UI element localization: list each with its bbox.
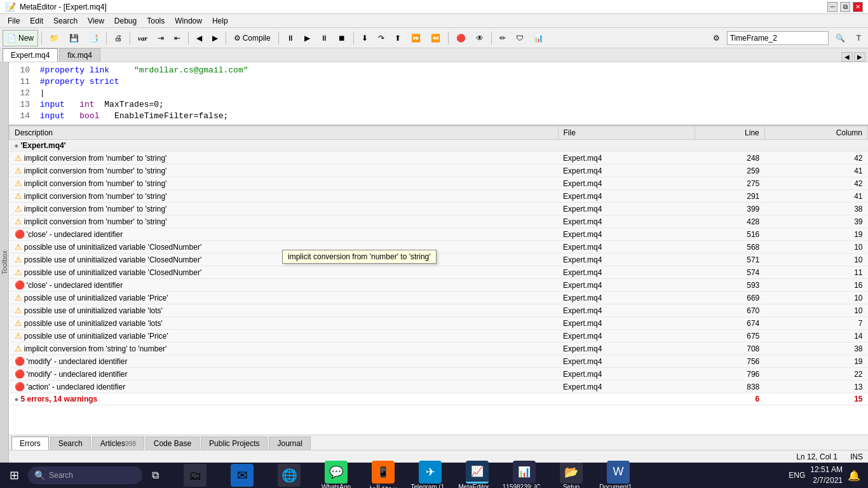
menu-debug[interactable]: Debug bbox=[109, 15, 142, 27]
open-button[interactable]: 📁 bbox=[45, 30, 64, 46]
taskbar-app-mail[interactable]: ✉ bbox=[220, 464, 264, 487]
results-summary-row: ● 5 errors, 14 warnings 6 15 bbox=[10, 393, 868, 405]
play-button[interactable]: ▶ bbox=[300, 30, 315, 46]
menu-help[interactable]: Help bbox=[207, 15, 233, 27]
var-button[interactable]: var bbox=[133, 30, 152, 46]
window-controls[interactable]: ─ ⧉ ✕ bbox=[827, 2, 863, 12]
settings-button[interactable]: ⚙ bbox=[709, 30, 724, 46]
table-row[interactable]: 🔴 'modify' - undeclared identifier Exper… bbox=[10, 355, 868, 368]
menu-file[interactable]: File bbox=[3, 15, 25, 27]
toolbar-search-input[interactable] bbox=[727, 31, 829, 45]
tab-articles[interactable]: Articles998 bbox=[92, 437, 144, 450]
summary-description: ● 5 errors, 14 warnings bbox=[10, 393, 559, 405]
table-row[interactable]: 🔴 'modify' - undeclared identifier Exper… bbox=[10, 368, 868, 381]
col-file: File bbox=[558, 126, 695, 140]
tab-journal[interactable]: Journal bbox=[269, 437, 310, 450]
table-row[interactable]: ⚠ implicit conversion from 'number' to '… bbox=[10, 152, 868, 165]
editor-content: 10 #property link "mrdollar.cs@gmail.com… bbox=[9, 62, 868, 125]
table-row[interactable]: ⚠ possible use of uninitialized variable… bbox=[10, 241, 868, 254]
menu-window[interactable]: Window bbox=[170, 15, 207, 27]
taskbar-app-brmja[interactable]: 📱 برمجة المؤ bbox=[361, 461, 405, 489]
taskbar-app-icmarkets[interactable]: 📊 11598239: IC... bbox=[502, 461, 546, 489]
run-button[interactable]: ⏩ bbox=[407, 30, 425, 46]
stepout-button[interactable]: ⬆ bbox=[390, 30, 405, 46]
table-row[interactable]: ⚠ possible use of uninitialized variable… bbox=[10, 266, 868, 279]
cell-column: 41 bbox=[764, 165, 867, 177]
cell-line: 669 bbox=[695, 292, 764, 304]
menu-tools[interactable]: Tools bbox=[142, 15, 170, 27]
table-row[interactable]: ⚠ implicit conversion from 'number' to '… bbox=[10, 190, 868, 203]
table-row[interactable]: ⚠ implicit conversion from 'number' to '… bbox=[10, 203, 868, 215]
taskbar-app-telegram[interactable]: ✈ Telegram (1... bbox=[408, 461, 452, 489]
saveall-button[interactable]: 📑 bbox=[85, 30, 103, 46]
table-row[interactable]: ⚠ possible use of uninitialized variable… bbox=[10, 317, 868, 330]
save-button[interactable]: 💾 bbox=[65, 30, 83, 46]
taskbar-app-whatsapp[interactable]: 💬 WhatsApp bbox=[314, 461, 358, 489]
menu-edit[interactable]: Edit bbox=[25, 15, 48, 27]
restore-button[interactable]: ⧉ bbox=[840, 2, 850, 12]
tab-fix-mq4[interactable]: fix.mq4 bbox=[59, 48, 100, 62]
toolbar-search-button[interactable]: 🔍 bbox=[831, 30, 850, 46]
breakpoint-button[interactable]: 🔴 bbox=[452, 30, 470, 46]
table-row[interactable]: ⚠ implicit conversion from 'number' to '… bbox=[10, 215, 868, 228]
stop-button[interactable]: ⏸ bbox=[282, 30, 299, 46]
taskbar-search-box[interactable]: 🔍 Search bbox=[28, 466, 142, 484]
close-button[interactable]: ✕ bbox=[853, 2, 863, 12]
table-row[interactable]: ⚠ possible use of uninitialized variable… bbox=[10, 292, 868, 304]
pencil-button[interactable]: ✏ bbox=[495, 30, 510, 46]
toolbar-search-next[interactable]: T bbox=[852, 30, 865, 46]
taskbar-app-word[interactable]: W Document1... bbox=[596, 461, 641, 489]
cell-file: Expert.mq4 bbox=[558, 177, 695, 190]
tab-search[interactable]: Search bbox=[50, 437, 91, 450]
editor-line-11: 11 #property strict bbox=[14, 76, 863, 88]
table-row[interactable]: ⚠ implicit conversion from 'number' to '… bbox=[10, 165, 868, 177]
indent-button[interactable]: ⇥ bbox=[153, 30, 168, 46]
cell-line: 275 bbox=[695, 177, 764, 190]
new-button[interactable]: 📄 New bbox=[3, 30, 38, 46]
outdent-button[interactable]: ⇤ bbox=[170, 30, 185, 46]
table-row[interactable]: ⚠ possible use of uninitialized variable… bbox=[10, 254, 868, 266]
cell-file: Expert.mq4 bbox=[558, 254, 695, 266]
tab-codebase[interactable]: Code Base bbox=[146, 437, 200, 450]
tab-expert-mq4[interactable]: Expert.mq4 bbox=[3, 48, 58, 62]
tab-public-projects[interactable]: Public Projects bbox=[201, 437, 268, 450]
print-button[interactable]: 🖨 bbox=[110, 30, 126, 46]
menu-view[interactable]: View bbox=[83, 15, 109, 27]
notification-icon[interactable]: 🔔 bbox=[848, 470, 860, 482]
stepinto-button[interactable]: ⬇ bbox=[357, 30, 372, 46]
task-view-button[interactable]: ⧉ bbox=[145, 465, 165, 485]
tab-nav-left[interactable]: ◀ bbox=[841, 52, 853, 62]
taskbar-app-explorer[interactable]: 🗂 bbox=[173, 464, 217, 487]
forward-button[interactable]: ▶ bbox=[208, 30, 222, 46]
table-row[interactable]: ⚠ implicit conversion from 'string' to '… bbox=[10, 342, 868, 355]
menu-search[interactable]: Search bbox=[48, 15, 83, 27]
toolbar-sep-2 bbox=[106, 32, 107, 44]
runback-button[interactable]: ⏪ bbox=[426, 30, 445, 46]
editor-area[interactable]: 10 #property link "mrdollar.cs@gmail.com… bbox=[9, 62, 868, 126]
minimize-button[interactable]: ─ bbox=[827, 2, 837, 12]
stepover-button[interactable]: ↷ bbox=[374, 30, 389, 46]
table-row[interactable]: 🔴 'action' - undeclared identifier Exper… bbox=[10, 381, 868, 393]
tab-nav-right[interactable]: ▶ bbox=[854, 52, 865, 62]
taskbar-app-metaeditor[interactable]: 📈 MetaEditor ... bbox=[455, 461, 499, 489]
table-row[interactable]: 🔴 'close' - undeclared identifier Expert… bbox=[10, 228, 868, 241]
back-button[interactable]: ◀ bbox=[192, 30, 207, 46]
shield-button[interactable]: 🛡 bbox=[512, 30, 528, 46]
tab-errors[interactable]: Errors bbox=[11, 437, 49, 450]
watch-button[interactable]: 👁 bbox=[471, 30, 488, 46]
start-button[interactable]: ⊞ bbox=[3, 464, 25, 487]
error-icon: 🔴 bbox=[15, 229, 25, 239]
chart-button[interactable]: 📊 bbox=[529, 30, 548, 46]
cell-file: Expert.mq4 bbox=[558, 241, 695, 254]
cell-column: 10 bbox=[764, 254, 867, 266]
table-row[interactable]: ⚠ implicit conversion from 'number' to '… bbox=[10, 177, 868, 190]
taskbar-app-setup[interactable]: 📂 Setup bbox=[549, 461, 593, 489]
table-row[interactable]: ⚠ possible use of uninitialized variable… bbox=[10, 304, 868, 317]
table-row[interactable]: 🔴 'close' - undeclared identifier Expert… bbox=[10, 279, 868, 292]
compile-button[interactable]: ⚙ Compile bbox=[229, 30, 275, 46]
taskbar-app-chrome[interactable]: 🌐 bbox=[267, 464, 311, 487]
table-row[interactable]: ⚠ possible use of uninitialized variable… bbox=[10, 330, 868, 342]
results-scroll[interactable]: Description File Line Column ● bbox=[9, 126, 868, 435]
end-button[interactable]: ⏹ bbox=[334, 30, 350, 46]
pause-button[interactable]: ⏸ bbox=[316, 30, 332, 46]
